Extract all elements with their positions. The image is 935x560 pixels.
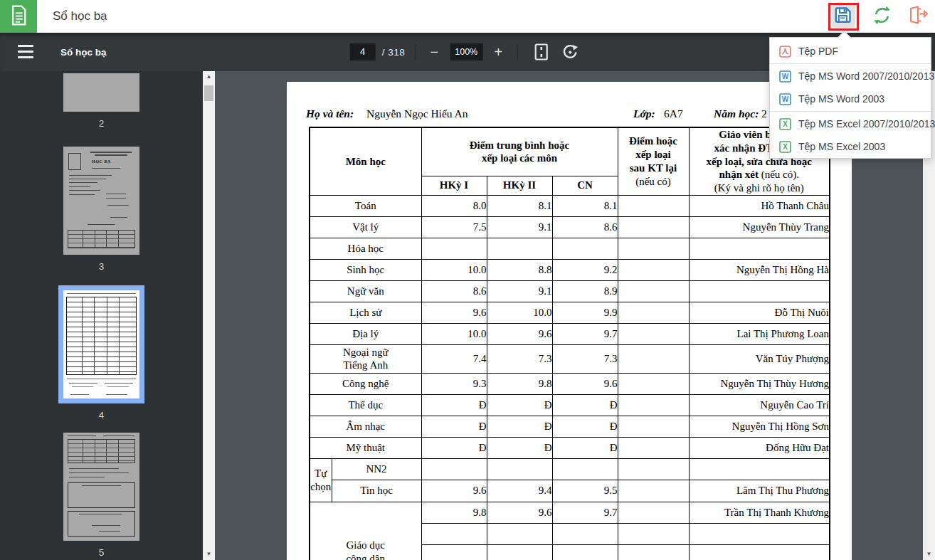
zoom-out-button[interactable]: − xyxy=(426,44,443,60)
svg-text:X: X xyxy=(783,120,788,128)
teacher-name: Lâm Thị Thu Phương xyxy=(689,480,830,502)
score-hk1: Đ xyxy=(421,394,487,416)
sidebar-scrollbar[interactable]: ▲ ▼ xyxy=(203,71,215,560)
class-label: Lớp: xyxy=(633,107,655,120)
subject-name: NN2 xyxy=(332,458,421,480)
svg-text:W: W xyxy=(782,73,789,80)
export-menu-item-word-1[interactable]: WTệp MS Word 2007/2010/2013 xyxy=(770,65,931,88)
refresh-icon xyxy=(871,4,893,29)
table-row: Địa lý10.09.69.7Lai Thị Phương Loan xyxy=(310,323,830,344)
export-menu-item-word-2[interactable]: WTệp MS Word 2003 xyxy=(770,88,931,110)
word-file-icon: W xyxy=(779,70,791,83)
score-hk1: 8.0 xyxy=(421,195,487,216)
refresh-button[interactable] xyxy=(870,5,894,28)
score-hk1: 10.0 xyxy=(421,323,487,344)
word-file-icon: W xyxy=(779,93,791,105)
table-row: Giáo dụccông dân9.89.69.7Trần Thị Thanh … xyxy=(310,502,830,523)
score-cn xyxy=(552,458,618,480)
score-hk1 xyxy=(421,238,487,259)
thumbnail-page-2[interactable] xyxy=(63,73,139,112)
fit-page-button[interactable] xyxy=(534,43,548,60)
save-icon xyxy=(833,5,853,28)
score-hk2: 9.1 xyxy=(487,280,552,302)
thumbnail-item-page-2: 2 xyxy=(0,73,203,129)
thumbnail-item-page-5: 5 xyxy=(0,433,203,558)
save-export-button[interactable] xyxy=(831,5,855,28)
score-retest xyxy=(618,394,689,416)
score-cn: 9.7 xyxy=(552,502,618,523)
civic-group-label: Giáo dụccông dân xyxy=(310,502,421,560)
score-cn: 9.7 xyxy=(552,323,618,344)
score-cn xyxy=(552,523,618,544)
score-cn xyxy=(552,544,618,560)
page-number-input[interactable] xyxy=(350,43,376,60)
scroll-down-arrow[interactable]: ▼ xyxy=(923,549,935,560)
table-row: Tin học9.69.49.5Lâm Thị Thu Phương xyxy=(310,480,830,502)
scroll-up-arrow[interactable]: ▲ xyxy=(203,71,215,83)
subject-name: Vật lý xyxy=(310,216,421,238)
zoom-level-label: 100% xyxy=(450,43,482,60)
thumbnail-sidebar: 2HỌC BẠ345 ▲ ▼ xyxy=(0,71,215,560)
name-label: Họ và tên: xyxy=(306,107,354,120)
thumbnail-page-4 xyxy=(63,290,139,398)
excel-file-icon: X xyxy=(779,118,791,130)
subject-name: Sinh học xyxy=(310,259,421,280)
menu-item-label: Tệp MS Excel 2003 xyxy=(798,141,885,152)
table-row: Sinh học10.08.89.2Nguyễn Thị Hồng Hà xyxy=(310,259,830,280)
score-hk2: 9.6 xyxy=(487,323,552,344)
score-retest xyxy=(618,458,689,480)
header-term2: HKỳ II xyxy=(487,176,552,195)
thumbnail-page-5[interactable] xyxy=(63,433,139,541)
table-row: Thể dụcĐĐĐNguyễn Cao Trí xyxy=(310,394,830,416)
teacher-name xyxy=(689,280,830,302)
scroll-down-arrow[interactable]: ▼ xyxy=(203,549,215,560)
sidebar-scrollbar-thumb[interactable] xyxy=(204,85,213,101)
year-value: 2 xyxy=(761,107,767,120)
pdf-file-icon xyxy=(779,46,791,58)
score-cn: 8.9 xyxy=(552,280,618,302)
score-hk2 xyxy=(487,238,552,259)
score-cn: 7.3 xyxy=(552,344,618,373)
exit-button[interactable] xyxy=(905,5,929,28)
thumbnail-doc-title: HỌC BẠ xyxy=(63,159,139,164)
subject-name: Lịch sử xyxy=(310,302,421,323)
subject-name: Hóa học xyxy=(310,238,421,259)
score-cn: Đ xyxy=(552,416,618,437)
selected-thumbnail-frame[interactable] xyxy=(58,285,144,403)
teacher-name: Nguyễn Cao Trí xyxy=(689,394,830,416)
thumbnail-page-3[interactable]: HỌC BẠ xyxy=(63,147,139,255)
subject-name: Địa lý xyxy=(310,323,421,344)
thumbnail-page-number: 2 xyxy=(99,118,105,129)
app-window: Sổ học bạ xyxy=(0,0,935,560)
menu-divider xyxy=(770,111,931,112)
table-row: Âm nhạcĐĐĐNguyễn Thị Hồng Sơn xyxy=(310,416,830,437)
score-retest xyxy=(618,373,689,394)
thumbnail-page-number: 5 xyxy=(99,547,105,558)
export-menu-item-excel-3[interactable]: XTệp MS Excel 2007/2010/2013 xyxy=(770,112,931,135)
score-retest xyxy=(618,480,689,502)
teacher-name: Nguyễn Thị Thùy Hương xyxy=(689,373,830,394)
score-cn: 9.6 xyxy=(552,373,618,394)
table-row: Lịch sử9.610.09.9Đỗ Thị Nuôi xyxy=(310,302,830,323)
app-header: Sổ học bạ xyxy=(0,0,935,33)
sidebar-toggle-button[interactable] xyxy=(18,45,33,58)
header-subject: Môn học xyxy=(310,127,421,195)
table-row: Toán8.08.18.1Hồ Thanh Châu xyxy=(310,195,830,216)
year-label: Năm học: xyxy=(714,107,759,120)
thumbnail-item-page-3: HỌC BẠ3 xyxy=(0,147,203,272)
score-hk2 xyxy=(487,544,552,560)
zoom-in-button[interactable]: + xyxy=(490,44,507,60)
rotate-button[interactable] xyxy=(561,43,579,61)
export-menu-item-excel-4[interactable]: XTệp MS Excel 2003 xyxy=(770,135,931,158)
score-cn xyxy=(552,238,618,259)
score-retest xyxy=(618,523,689,544)
teacher-name xyxy=(689,238,830,259)
page-total-label: / 318 xyxy=(382,47,406,58)
export-menu-item-pdf-0[interactable]: Tệp PDF xyxy=(770,40,931,63)
score-hk1: 7.4 xyxy=(421,344,487,373)
score-retest xyxy=(618,502,689,523)
score-retest xyxy=(618,280,689,302)
table-row: Mỹ thuậtĐĐĐĐống Hữu Đạt xyxy=(310,437,830,458)
hamburger-icon xyxy=(18,45,33,47)
subject-name: Thể dục xyxy=(310,394,421,416)
